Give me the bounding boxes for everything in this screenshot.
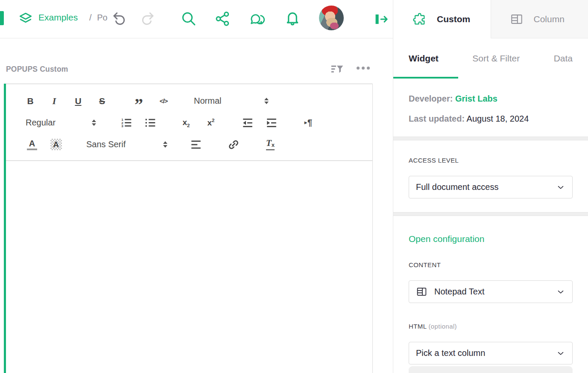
subtab-widget[interactable]: Widget xyxy=(409,53,439,64)
picker-arrows-icon xyxy=(163,141,167,148)
editor-toolbar: B I U S ” </> Normal Regular xyxy=(6,84,372,161)
background-letter: A xyxy=(50,139,62,150)
page-layers-icon xyxy=(18,11,33,26)
panel-tab-bar: Custom Column xyxy=(393,0,588,38)
puzzle-icon xyxy=(412,12,427,26)
widget-config-section: Open configuration CONTENT Notepad Text xyxy=(393,216,588,373)
indent-icon[interactable] xyxy=(265,116,278,130)
html-label: HTML (optional) xyxy=(409,323,573,330)
chevron-down-icon xyxy=(556,349,565,358)
next-section-peek xyxy=(409,366,573,373)
outdent-icon[interactable] xyxy=(241,116,254,130)
toolbar-row-2: Regular 123 xyxy=(19,112,372,134)
clear-formatting-icon[interactable]: Tx xyxy=(264,137,277,152)
tab-custom[interactable]: Custom xyxy=(393,0,491,38)
section-divider xyxy=(393,137,588,140)
subscript-base: x xyxy=(183,118,187,127)
last-updated-line: Last updated: August 18, 2024 xyxy=(409,109,573,129)
italic-button[interactable]: I xyxy=(48,94,61,108)
html-column-value: Pick a text column xyxy=(416,348,485,358)
top-header: Examples / Po xyxy=(0,0,393,38)
subtab-sort-filter[interactable]: Sort & Filter xyxy=(472,53,520,64)
ordered-list-icon[interactable]: 123 xyxy=(120,116,133,130)
content-value: Notepad Text xyxy=(434,287,485,297)
size-picker[interactable]: Regular xyxy=(26,118,96,128)
custom-widget-notepad: B I U S ” </> Normal Regular xyxy=(4,84,373,373)
chevron-down-icon xyxy=(556,287,565,297)
content-select[interactable]: Notepad Text xyxy=(409,280,573,303)
subscript-button[interactable]: x2 xyxy=(180,116,193,130)
breadcrumb-doc-name[interactable]: Po xyxy=(97,13,108,23)
sort-filter-icon[interactable] xyxy=(330,62,344,77)
collapse-panel-icon[interactable] xyxy=(373,11,389,27)
widget-info-section: Developer: Grist Labs Last updated: Augu… xyxy=(393,79,588,137)
font-picker-label: Sans Serif xyxy=(86,140,126,149)
bold-button[interactable]: B xyxy=(24,94,37,108)
developer-link[interactable]: Grist Labs xyxy=(455,94,497,103)
text-direction-icon[interactable]: ▸¶ xyxy=(302,116,315,130)
superscript-button[interactable]: x2 xyxy=(205,116,217,130)
access-level-label: ACCESS LEVEL xyxy=(409,157,573,164)
developer-label: Developer: xyxy=(409,94,453,103)
color-bar xyxy=(27,149,37,150)
color-letter: A xyxy=(29,139,35,148)
toolbar-row-3: A A Sans Serif xyxy=(19,134,372,155)
access-level-select[interactable]: Full document access xyxy=(409,176,573,198)
toolbar-row-1: B I U S ” </> Normal xyxy=(19,90,372,112)
last-updated-value: August 18, 2024 xyxy=(467,114,529,123)
widget-title: POPUPS Custom xyxy=(6,65,68,74)
font-picker[interactable]: Sans Serif xyxy=(86,140,167,149)
clean-x: x xyxy=(272,142,275,148)
notifications-bell-icon[interactable] xyxy=(284,9,301,27)
chat-icon[interactable] xyxy=(248,10,265,27)
svg-text:3: 3 xyxy=(121,124,123,128)
last-updated-label: Last updated: xyxy=(409,114,465,123)
direction-triangle: ▸ xyxy=(304,119,307,125)
heading-picker[interactable]: Normal xyxy=(194,96,269,106)
breadcrumb-separator: / xyxy=(89,13,92,23)
active-subtab-underline xyxy=(393,77,458,79)
link-icon[interactable] xyxy=(227,137,240,152)
content-label: CONTENT xyxy=(409,261,573,268)
subtab-data[interactable]: Data xyxy=(554,53,573,64)
chevron-down-icon xyxy=(556,183,565,192)
direction-pilcrow: ¶ xyxy=(307,118,312,127)
code-block-icon[interactable]: </> xyxy=(157,94,170,108)
blockquote-icon[interactable]: ” xyxy=(132,94,145,108)
section-divider xyxy=(393,212,588,216)
share-icon[interactable] xyxy=(214,10,231,27)
column-icon xyxy=(416,286,427,297)
superscript-digit: 2 xyxy=(212,118,214,123)
clean-letter: T xyxy=(266,138,272,148)
access-level-section: ACCESS LEVEL Full document access xyxy=(393,140,588,212)
html-column-select[interactable]: Pick a text column xyxy=(409,342,573,364)
tab-column[interactable]: Column xyxy=(491,0,588,38)
underline-button[interactable]: U xyxy=(72,94,85,108)
developer-line: Developer: Grist Labs xyxy=(409,89,573,109)
panel-subtabs: Widget Sort & Filter Data xyxy=(393,38,588,79)
align-icon[interactable] xyxy=(190,137,202,152)
user-avatar[interactable] xyxy=(319,6,344,30)
more-options-icon[interactable] xyxy=(357,67,370,70)
tab-custom-label: Custom xyxy=(437,14,470,24)
grist-app: Examples / Po xyxy=(0,0,588,373)
picker-arrows-icon xyxy=(264,98,269,104)
strikethrough-button[interactable]: S xyxy=(96,94,108,108)
html-label-text: HTML xyxy=(409,323,427,330)
search-icon[interactable] xyxy=(180,10,197,27)
editor-content[interactable] xyxy=(6,161,372,373)
background-color-icon[interactable]: A xyxy=(50,137,62,152)
widget-section-header: POPUPS Custom xyxy=(0,38,393,84)
html-optional-text: (optional) xyxy=(428,323,457,330)
undo-button[interactable] xyxy=(111,10,127,26)
subscript-digit: 2 xyxy=(187,123,190,128)
redo-button[interactable] xyxy=(140,10,156,26)
bullet-list-icon[interactable] xyxy=(144,116,157,130)
superscript-base: x xyxy=(208,118,212,127)
access-level-value: Full document access xyxy=(416,182,498,192)
open-configuration-link[interactable]: Open configuration xyxy=(409,234,484,244)
left-panel-stub[interactable] xyxy=(0,11,4,25)
breadcrumb-workspace[interactable]: Examples xyxy=(38,12,78,23)
column-icon xyxy=(510,12,524,26)
text-color-icon[interactable]: A xyxy=(26,137,38,152)
